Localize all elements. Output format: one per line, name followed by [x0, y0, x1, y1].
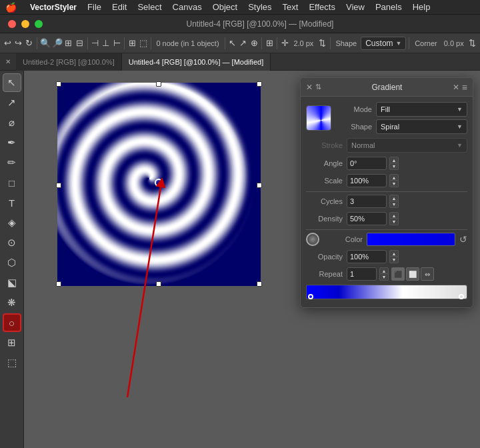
distribute-button[interactable]: ⊞ [127, 36, 137, 51]
repeat-up[interactable]: ▲ [379, 267, 389, 274]
redo-button[interactable]: ↪ [13, 36, 23, 51]
handle-br[interactable] [257, 281, 262, 287]
apple-menu[interactable]: 🍎 [5, 2, 17, 13]
refresh-button[interactable]: ↻ [25, 36, 34, 51]
gradient-center-handle[interactable] [155, 179, 163, 187]
minimize-button[interactable] [21, 20, 29, 28]
shape-tool[interactable]: □ [3, 173, 21, 192]
select-all-button[interactable]: ↖ [227, 36, 237, 51]
close-button[interactable] [8, 20, 16, 28]
handle-tc[interactable] [156, 81, 161, 87]
scale-stepper[interactable]: ▲ ▼ [389, 174, 399, 187]
text-tool[interactable]: T [3, 193, 21, 212]
handle-tr[interactable] [257, 81, 262, 87]
direct-select-tool[interactable]: ↗ [3, 93, 21, 112]
undo-button[interactable]: ↩ [3, 36, 12, 51]
scale-input[interactable] [347, 174, 387, 187]
menu-panels[interactable]: Panels [375, 2, 402, 12]
zoom-in-button[interactable]: 🔍 [40, 36, 51, 51]
scale-up[interactable]: ▲ [389, 174, 399, 181]
gradient-tool[interactable]: ◈ [3, 213, 21, 232]
slice-tool[interactable]: ⬚ [3, 353, 21, 372]
pen-tool[interactable]: ✒ [3, 133, 21, 152]
eyedropper-tool[interactable]: ⊙ [3, 233, 21, 252]
select-tool[interactable]: ↖ [3, 73, 21, 92]
density-stepper[interactable]: ▲ ▼ [389, 212, 399, 225]
menu-text[interactable]: Text [283, 2, 299, 12]
opacity-up[interactable]: ▲ [389, 250, 399, 257]
zoom-out-button[interactable]: 🔎 [52, 36, 63, 51]
size-stepper[interactable]: ⇅ [317, 36, 327, 51]
align-left-button[interactable]: ⊣ [90, 36, 99, 51]
cycles-up[interactable]: ▲ [389, 195, 399, 201]
opacity-stepper[interactable]: ▲ ▼ [389, 250, 399, 263]
shape-dropdown[interactable]: Spiral ▼ [376, 119, 467, 134]
opacity-input[interactable] [347, 250, 387, 263]
arrange-button[interactable]: ⊟ [75, 36, 84, 51]
gradient-preview-icon[interactable] [306, 105, 331, 131]
cycles-input[interactable] [347, 195, 387, 208]
repeat-mode-3[interactable]: ⇔ [421, 267, 434, 281]
magnify-button[interactable]: ⊕ [249, 36, 259, 51]
menu-effects[interactable]: Effects [309, 2, 335, 12]
blend-tool[interactable]: ⬕ [3, 273, 21, 292]
transform-button[interactable]: ⊞ [265, 36, 274, 51]
menu-file[interactable]: File [87, 2, 101, 12]
repeat-input[interactable] [347, 267, 377, 281]
mode-dropdown[interactable]: Fill ▼ [376, 102, 467, 117]
menu-styles[interactable]: Styles [248, 2, 271, 12]
menu-view[interactable]: View [346, 2, 365, 12]
cycles-stepper[interactable]: ▲ ▼ [389, 195, 399, 208]
stroke-dropdown[interactable]: Normal ▼ [347, 138, 467, 153]
tab-untitled4[interactable]: Untitled-4 [RGB] [@100.0%] — [Modified] [122, 53, 271, 71]
repeat-down[interactable]: ▼ [379, 274, 389, 281]
shape-dropdown[interactable]: Custom ▼ [361, 37, 406, 50]
align-center-button[interactable]: ⊥ [101, 36, 111, 51]
group-button[interactable]: ⬚ [138, 36, 147, 51]
handle-ml[interactable] [56, 183, 61, 188]
angle-stepper[interactable]: ▲ ▼ [389, 157, 399, 170]
panel-close2[interactable]: ✕ [453, 83, 459, 92]
density-down[interactable]: ▼ [389, 219, 399, 225]
density-up[interactable]: ▲ [389, 212, 399, 219]
circle-tool[interactable]: ○ [3, 313, 21, 332]
angle-input[interactable] [347, 157, 387, 170]
menu-edit[interactable]: Edit [112, 2, 127, 12]
color-picker-icon[interactable] [306, 233, 319, 246]
color-wheel-icon[interactable] [306, 233, 319, 246]
symbol-tool[interactable]: ❋ [3, 293, 21, 312]
menu-canvas[interactable]: Canvas [173, 2, 202, 12]
menu-object[interactable]: Object [213, 2, 238, 12]
repeat-mode-1[interactable]: ⬛ [391, 267, 405, 281]
repeat-mode-2[interactable]: ⬜ [406, 267, 419, 281]
angle-down[interactable]: ▼ [389, 163, 399, 170]
pencil-tool[interactable]: ✏ [3, 153, 21, 172]
corner-stepper[interactable]: ⇅ [468, 36, 477, 51]
panel-menu-button[interactable]: ≡ [462, 82, 467, 93]
refresh-color-icon[interactable]: ↺ [459, 234, 467, 245]
cycles-down[interactable]: ▼ [389, 201, 399, 208]
canvas-area[interactable]: ✕ ⇅ Gradient ✕ ≡ Mode Fill [24, 71, 480, 448]
align-right-button[interactable]: ⊢ [112, 36, 121, 51]
gradient-stop-left[interactable] [308, 294, 313, 299]
handle-bl[interactable] [56, 281, 61, 287]
gradient-bar[interactable] [306, 285, 467, 299]
repeat-stepper[interactable]: ▲ ▼ [379, 267, 389, 281]
maximize-button[interactable] [35, 20, 43, 28]
gradient-stop-right[interactable] [459, 294, 464, 299]
angle-up[interactable]: ▲ [389, 157, 399, 163]
close-all-tabs[interactable]: ✕ [3, 57, 13, 67]
density-input[interactable] [347, 212, 387, 225]
panel-close-button[interactable]: ✕ [306, 83, 313, 92]
menu-select[interactable]: Select [137, 2, 161, 12]
grid-tool[interactable]: ⊞ [3, 333, 21, 352]
handle-mr[interactable] [257, 183, 262, 188]
fit-button[interactable]: ⊞ [64, 36, 73, 51]
panel-arrows[interactable]: ⇅ [315, 83, 321, 91]
handle-tl[interactable] [56, 81, 61, 87]
move-button[interactable]: ✛ [280, 36, 289, 51]
opacity-down[interactable]: ▼ [389, 257, 399, 263]
deselect-button[interactable]: ↗ [239, 36, 248, 51]
menu-help[interactable]: Help [413, 2, 431, 12]
paint-tool[interactable]: ⬡ [3, 253, 21, 272]
